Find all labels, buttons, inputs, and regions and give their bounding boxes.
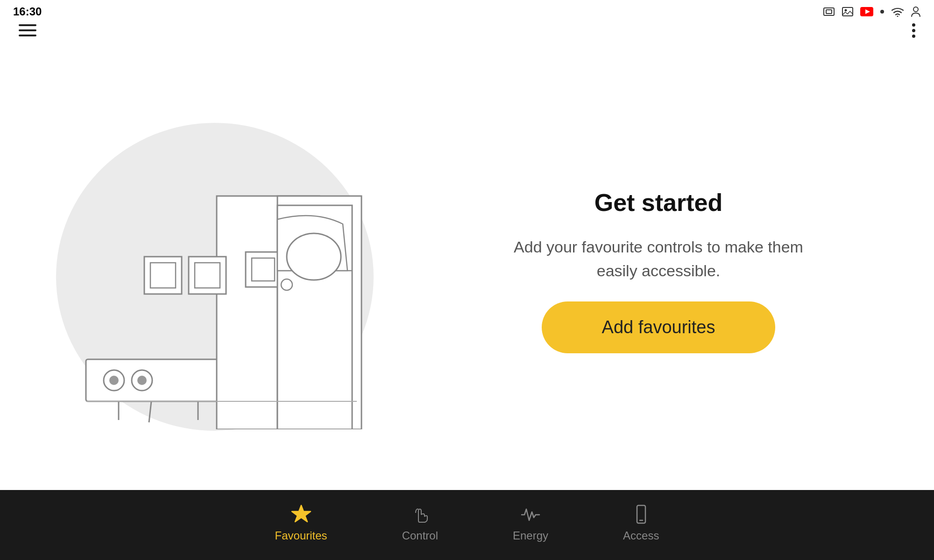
energy-label: Energy	[513, 529, 548, 542]
svg-point-27	[281, 279, 292, 290]
svg-marker-30	[292, 505, 311, 522]
access-icon	[630, 503, 652, 525]
nav-item-energy[interactable]: Energy	[475, 498, 586, 547]
energy-icon	[519, 503, 542, 525]
svg-point-14	[109, 376, 119, 385]
main-content-area: Get started Add your favourite controls …	[0, 51, 934, 490]
page-title: Get started	[594, 189, 723, 217]
svg-rect-2	[842, 7, 853, 16]
system-time: 16:30	[13, 5, 42, 18]
favourites-icon	[290, 503, 312, 525]
control-label: Control	[402, 529, 438, 542]
notification-dot-icon	[880, 9, 884, 14]
svg-rect-20	[150, 263, 176, 288]
user-icon	[911, 6, 921, 18]
right-content: Get started Add your favourite controls …	[392, 189, 897, 353]
gallery-icon	[842, 6, 854, 18]
svg-rect-24	[252, 258, 275, 281]
svg-point-7	[897, 16, 899, 17]
illustration-area	[37, 103, 392, 439]
svg-rect-22	[195, 263, 220, 288]
system-icons	[823, 6, 921, 18]
bottom-navigation: Favourites Control Energy	[0, 490, 934, 560]
svg-point-3	[845, 9, 847, 12]
wifi-icon	[891, 7, 904, 17]
add-favourites-button[interactable]: Add favourites	[542, 301, 775, 353]
svg-point-8	[913, 7, 918, 12]
svg-point-6	[880, 10, 884, 14]
system-status-bar: 16:30	[0, 0, 934, 23]
control-icon	[409, 503, 431, 525]
nav-item-favourites[interactable]: Favourites	[238, 498, 365, 547]
access-label: Access	[623, 529, 659, 542]
page-description: Add your favourite controls to make them…	[495, 235, 822, 283]
svg-line-11	[149, 401, 151, 422]
youtube-icon	[860, 7, 873, 16]
svg-rect-0	[824, 8, 834, 15]
room-illustration	[58, 112, 385, 429]
svg-rect-1	[826, 10, 832, 14]
nav-item-access[interactable]: Access	[586, 498, 696, 547]
svg-point-16	[137, 376, 147, 385]
favourites-label: Favourites	[275, 529, 327, 542]
screenshot-icon	[823, 6, 835, 18]
svg-point-28	[287, 233, 341, 280]
nav-item-control[interactable]: Control	[365, 498, 475, 547]
